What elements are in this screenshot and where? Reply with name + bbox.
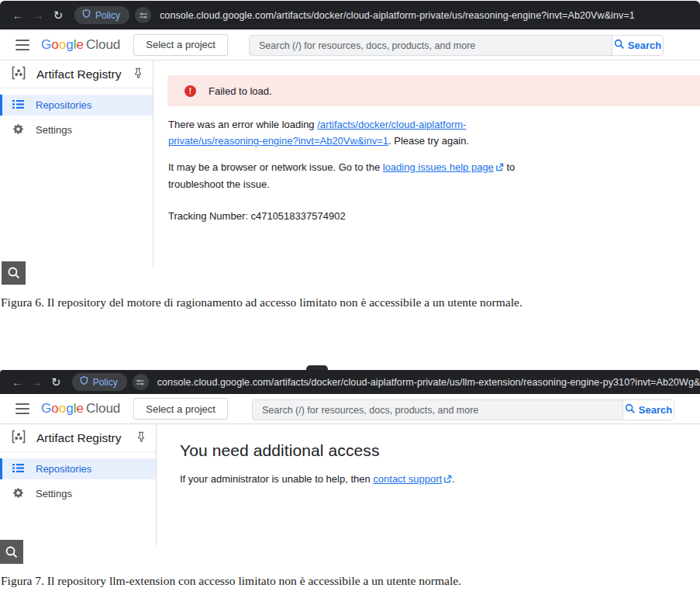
browser-forward-icon[interactable]: → [28, 9, 48, 22]
access-help-post: . [452, 473, 455, 485]
browser-back-icon[interactable]: ← [8, 375, 27, 389]
sidebar-item-repositories[interactable]: Repositories [0, 95, 153, 116]
global-search-bar: Search [252, 399, 674, 420]
policy-extension-badge[interactable]: Policy [72, 373, 127, 391]
gear-icon [12, 123, 24, 137]
zoom-magnifier-button[interactable] [2, 261, 26, 285]
figure-6-caption: Figura 6. Il repository del motore di ra… [1, 296, 700, 309]
pin-icon[interactable] [133, 67, 143, 81]
artifact-registry-icon [10, 64, 27, 85]
figure-7-caption: Figura 7. Il repository llm-extension co… [1, 574, 700, 588]
console-header: GoogleCloud Select a project Search [0, 29, 700, 60]
error-message: There was an error while loading /artifa… [168, 116, 556, 149]
sidebar-item-settings[interactable]: Settings [0, 119, 153, 140]
search-button[interactable]: Search [622, 400, 674, 420]
sidebar-item-label: Repositories [36, 99, 91, 111]
external-link-icon [495, 160, 504, 176]
google-logo-text: Google [41, 401, 84, 416]
site-settings-icon[interactable] [133, 374, 149, 390]
repositories-list-icon [12, 99, 24, 112]
sidebar-item-label: Settings [36, 488, 72, 499]
contact-support-link[interactable]: contact support [373, 473, 442, 485]
error-message-post: . Please try again. [388, 135, 469, 147]
browser-toolbar: ← → ↻ Policy console.cloud.google.com/ar… [0, 1, 700, 29]
console-body: Artifact Registry Repositories Settings [0, 60, 700, 268]
google-logo-text: Google [41, 37, 84, 52]
search-button-label: Search [639, 404, 672, 416]
main-content: ! Failed to load. There was an error whi… [153, 60, 700, 268]
search-button-label: Search [628, 40, 661, 51]
site-settings-icon[interactable] [135, 7, 151, 23]
google-cloud-logo[interactable]: GoogleCloud [41, 401, 120, 417]
browser-refresh-icon[interactable]: ↻ [48, 9, 68, 22]
sidebar-title: Artifact Registry [36, 431, 136, 445]
address-bar-url[interactable]: console.cloud.google.com/artifacts/docke… [160, 10, 635, 21]
sidebar: Artifact Registry Repositories Settings [0, 424, 156, 545]
network-hint-pre: It may be a browser or network issue. Go… [168, 161, 383, 173]
sidebar-divider [0, 451, 156, 452]
sidebar-item-label: Settings [36, 124, 72, 136]
help-page-link[interactable]: loading issues help page [383, 161, 494, 173]
pin-icon[interactable] [136, 431, 147, 445]
browser-forward-icon[interactable]: → [27, 375, 47, 389]
network-hint: It may be a browser or network issue. Go… [168, 159, 556, 192]
artifact-registry-icon [10, 428, 27, 448]
main-content: You need additional access If your admin… [156, 424, 700, 545]
error-banner: ! Failed to load. [167, 75, 700, 106]
sidebar-header: Artifact Registry [0, 60, 153, 88]
policy-label: Policy [95, 10, 120, 21]
gear-icon [12, 487, 24, 501]
sidebar: Artifact Registry Repositories Settings [0, 60, 153, 268]
browser-back-icon[interactable]: ← [8, 9, 28, 22]
sidebar-divider [0, 88, 153, 88]
error-banner-text: Failed to load. [209, 85, 272, 97]
select-project-button[interactable]: Select a project [133, 34, 228, 56]
browser-refresh-icon[interactable]: ↻ [47, 375, 66, 389]
console-body: Artifact Registry Repositories Settings [0, 424, 700, 545]
access-help-pre: If your administrator is unable to help,… [180, 473, 373, 485]
search-input[interactable] [250, 36, 612, 55]
policy-label: Policy [93, 377, 118, 388]
google-cloud-logo[interactable]: GoogleCloud [41, 37, 120, 53]
search-icon [614, 39, 625, 52]
external-link-icon [443, 474, 452, 486]
zoom-magnifier-button[interactable] [0, 540, 23, 564]
search-button[interactable]: Search [612, 36, 663, 55]
hamburger-menu-icon[interactable] [16, 403, 29, 414]
address-bar-url[interactable]: console.cloud.google.com/artifacts/docke… [157, 377, 700, 388]
cloud-logo-text: Cloud [86, 37, 120, 52]
policy-extension-badge[interactable]: Policy [74, 6, 129, 24]
access-help-text: If your administrator is unable to help,… [180, 473, 700, 486]
hamburger-menu-icon[interactable] [16, 40, 29, 50]
shield-icon [81, 9, 91, 22]
search-input[interactable] [253, 400, 622, 420]
global-search-bar: Search [249, 35, 664, 56]
select-project-button[interactable]: Select a project [133, 398, 228, 420]
browser-toolbar: ← → ↻ Policy console.cloud.google.com/ar… [0, 370, 700, 394]
sidebar-header: Artifact Registry [0, 424, 156, 451]
screenshot-figure-6: ← → ↻ Policy console.cloud.google.com/ar… [0, 0, 700, 285]
repositories-list-icon [12, 462, 24, 476]
search-icon [625, 403, 636, 417]
shield-icon [79, 375, 89, 389]
sidebar-title: Artifact Registry [36, 67, 133, 81]
page-title: You need additional access [180, 441, 700, 460]
sidebar-item-settings[interactable]: Settings [0, 483, 156, 504]
tracking-number: Tracking Number: c4710518337574902 [168, 208, 556, 224]
error-message-pre: There was an error while loading [168, 119, 317, 130]
screenshot-figure-7: ← → ↻ Policy console.cloud.google.com/ar… [0, 365, 700, 567]
cloud-logo-text: Cloud [86, 401, 120, 416]
console-header: GoogleCloud Select a project Search [0, 394, 700, 424]
sidebar-item-repositories[interactable]: Repositories [0, 458, 156, 479]
error-icon: ! [184, 85, 196, 97]
sidebar-item-label: Repositories [36, 463, 91, 475]
